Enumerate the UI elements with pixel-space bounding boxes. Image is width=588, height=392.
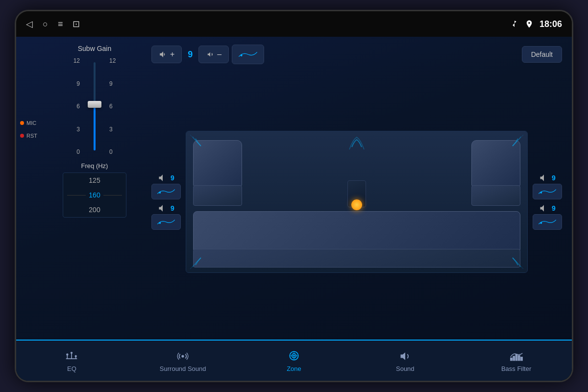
sound-icon bbox=[399, 349, 412, 362]
tab-eq[interactable]: EQ bbox=[16, 341, 127, 381]
car-seat-area: 9 bbox=[151, 69, 562, 335]
mic-label: MIC bbox=[20, 120, 37, 126]
surround-icon bbox=[176, 349, 190, 362]
left-top-speaker: 9 bbox=[151, 174, 181, 199]
car-visualization[interactable] bbox=[186, 131, 528, 273]
rst-label: RST bbox=[20, 133, 37, 139]
zone-icon bbox=[288, 349, 300, 362]
freq-list: 125 160 200 bbox=[63, 172, 126, 218]
eq-curve-button[interactable] bbox=[232, 45, 264, 64]
left-top-eq-button[interactable] bbox=[151, 184, 181, 199]
svg-rect-19 bbox=[513, 356, 515, 361]
right-bottom-value: 9 bbox=[552, 204, 556, 212]
volume-down-button[interactable]: – bbox=[198, 46, 229, 63]
svg-point-8 bbox=[71, 352, 73, 354]
tab-sound[interactable]: Sound bbox=[349, 341, 461, 381]
slider-thumb[interactable] bbox=[88, 101, 101, 108]
svg-point-4 bbox=[540, 222, 542, 224]
left-top-value: 9 bbox=[171, 174, 174, 182]
svg-point-12 bbox=[182, 355, 184, 357]
device-frame: ◁ ○ ≡ ⊡ 18:06 MIC RST bbox=[15, 10, 573, 382]
time-display: 18:06 bbox=[539, 19, 562, 29]
bottom-tabs: EQ Surround Sound bbox=[16, 340, 572, 381]
svg-rect-18 bbox=[510, 358, 512, 360]
right-bottom-row: 9 bbox=[539, 204, 556, 212]
tab-zone-label: Zone bbox=[287, 365, 301, 372]
back-button[interactable]: ◁ bbox=[26, 19, 33, 29]
tab-surround[interactable]: Surround Sound bbox=[127, 341, 239, 381]
right-bottom-eq-button[interactable] bbox=[533, 214, 562, 230]
freq-divider: 160 bbox=[63, 188, 126, 202]
top-controls: + 9 – bbox=[151, 45, 562, 64]
volume-up-button[interactable]: + bbox=[151, 46, 182, 63]
svg-point-6 bbox=[67, 353, 69, 355]
left-bottom-value: 9 bbox=[171, 204, 174, 212]
svg-rect-21 bbox=[518, 355, 520, 361]
right-speakers: 9 bbox=[533, 174, 562, 230]
left-speakers: 9 bbox=[151, 174, 181, 230]
status-right: 18:06 bbox=[510, 19, 562, 29]
slider-track bbox=[94, 62, 96, 150]
bluetooth-icon bbox=[510, 20, 519, 28]
nav-icons: ◁ ○ ≡ ⊡ bbox=[26, 19, 80, 29]
bass-icon bbox=[510, 349, 523, 362]
cast-button[interactable]: ⊡ bbox=[73, 19, 80, 29]
slider-container: 12 9 6 3 0 12 9 bbox=[74, 57, 116, 155]
rst-dot bbox=[20, 134, 24, 138]
home-button[interactable]: ○ bbox=[43, 19, 48, 29]
svg-rect-20 bbox=[515, 354, 517, 360]
tab-bass-label: Bass Filter bbox=[501, 365, 531, 372]
status-bar: ◁ ○ ≡ ⊡ 18:06 bbox=[16, 11, 572, 37]
tab-eq-label: EQ bbox=[67, 365, 76, 372]
volume-controls: + 9 – bbox=[151, 45, 264, 64]
svg-point-1 bbox=[159, 192, 161, 194]
main-content: MIC RST Subw Gain 12 9 6 3 0 bbox=[16, 37, 572, 381]
freq-section: Freq (Hz) 125 160 200 bbox=[46, 162, 144, 218]
side-labels: MIC RST bbox=[20, 120, 37, 139]
right-top-value: 9 bbox=[552, 174, 556, 182]
right-bottom-speaker: 9 bbox=[533, 204, 562, 230]
left-bottom-row: 9 bbox=[158, 204, 174, 212]
svg-point-2 bbox=[159, 222, 161, 224]
mic-dot bbox=[20, 121, 24, 125]
default-button[interactable]: Default bbox=[522, 46, 562, 63]
subw-title: Subw Gain bbox=[78, 45, 111, 52]
left-panel: Subw Gain 12 9 6 3 0 bbox=[46, 45, 144, 335]
center-panel: + 9 – bbox=[151, 45, 562, 335]
left-bottom-eq-button[interactable] bbox=[151, 214, 181, 230]
position-dot[interactable] bbox=[351, 199, 362, 210]
slider-wrapper[interactable] bbox=[86, 57, 103, 155]
right-top-row: 9 bbox=[539, 174, 556, 182]
scale-right: 12 9 6 3 0 bbox=[109, 57, 116, 155]
freq-item-200[interactable]: 200 bbox=[63, 202, 126, 217]
tab-bass[interactable]: Bass Filter bbox=[461, 341, 572, 381]
content-area: Subw Gain 12 9 6 3 0 bbox=[16, 37, 572, 340]
location-icon bbox=[525, 20, 534, 28]
svg-rect-22 bbox=[520, 357, 522, 360]
left-bottom-speaker: 9 bbox=[151, 204, 181, 230]
volume-value: 9 bbox=[185, 49, 196, 60]
freq-item-125[interactable]: 125 bbox=[63, 173, 126, 188]
eq-icon bbox=[65, 349, 78, 362]
left-top-row: 9 bbox=[158, 174, 174, 182]
tab-zone[interactable]: Zone bbox=[239, 341, 350, 381]
tab-sound-label: Sound bbox=[396, 365, 415, 372]
right-top-speaker: 9 bbox=[533, 174, 562, 199]
freq-active[interactable]: 160 bbox=[86, 188, 103, 202]
tab-surround-label: Surround Sound bbox=[160, 365, 206, 372]
freq-title: Freq (Hz) bbox=[46, 162, 144, 170]
menu-button[interactable]: ≡ bbox=[58, 19, 63, 29]
svg-point-10 bbox=[75, 355, 77, 357]
scale-left: 12 9 6 3 0 bbox=[74, 57, 80, 155]
right-top-eq-button[interactable] bbox=[533, 184, 562, 199]
svg-point-3 bbox=[540, 192, 542, 194]
svg-point-0 bbox=[241, 54, 243, 56]
slider-fill bbox=[94, 102, 96, 150]
